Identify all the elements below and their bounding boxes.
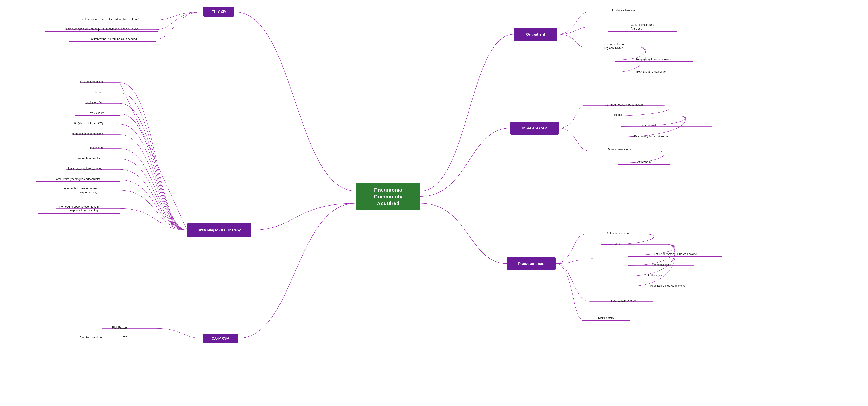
inpatient-beta-allergy: Beta lactam allergy <box>589 147 651 152</box>
switching-item-pseudo: documented pseudomonas/ stap/other bug <box>40 186 120 195</box>
central-node: Pneumonia Community Acquired <box>356 182 420 210</box>
fu-cxr-item-1: Not necessary, and not linked to clinica… <box>64 17 156 22</box>
outpatient-resp-fluoro: Respiratory Fluoroquinolone <box>615 57 693 62</box>
pseudo-aminoglycoside: Aminoglycoside <box>628 263 694 267</box>
pseudomonas-node: Pseudomonas <box>507 257 556 270</box>
central-label: Pneumonia Community Acquired <box>361 186 415 207</box>
fu-cxr-item-3: If pt improving, no routine CXR needed <box>69 37 156 41</box>
switching-item-factors: Factors to consider <box>62 80 122 84</box>
inpatient-either: +either <box>601 113 636 117</box>
pseudo-tx: Tx <box>582 257 604 262</box>
outpatient-general-antibiotic: General Resiratory Antibiotic <box>608 22 677 32</box>
ca-mrsa-risk: Risk Factors <box>85 325 155 330</box>
fu-cxr-node: FU CXR <box>203 7 235 17</box>
fu-cxr-label: FU CXR <box>212 9 226 14</box>
ca-mrsa-tx: TX <box>118 335 132 340</box>
fu-cxr-item-2: In smoker age >40, can help R/O malignan… <box>45 27 158 32</box>
switching-item-delay: delay when <box>75 146 120 150</box>
inpatient-resp-fluoro: Respiratory fluoroquinolone <box>615 134 687 139</box>
inpatient-aztreonam: Aztreonam <box>618 160 670 165</box>
inpatient-cap-label: Inpatient CAP <box>522 126 547 130</box>
pseudo-antipneumococcal: Antipneumococcal <box>585 231 651 236</box>
connector-lines <box>0 0 868 406</box>
switching-node: Switching to Oral Therapy <box>187 223 251 237</box>
pseudo-resp-fluoro: Respiratory Fluoroquinolone <box>628 284 707 288</box>
switching-item-gi: GI (able to tolerate PO) <box>57 121 120 126</box>
inpatient-anti-pneumococcal: Anti-Pneumococcal beta-lactam <box>583 103 663 107</box>
pseudo-beta-allergy: Beta-Lactam Allergy <box>590 298 656 303</box>
outpatient-beta-lactam: Beta-Lactam, Macrolide <box>615 69 687 74</box>
pseudomonas-label: Pseudomonas <box>518 261 544 266</box>
outpatient-node: Outpatient <box>514 28 557 41</box>
inpatient-cap-node: Inpatient CAP <box>510 122 559 135</box>
switching-item-fever: fever <box>76 90 120 95</box>
ca-mrsa-label: CA-MRSA <box>212 336 229 341</box>
ca-mrsa-antistaph: Anti-Staph Antibiotic <box>66 335 118 340</box>
switching-item-other-infxn: other infxn (meningitis/endocarditis) <box>36 177 120 181</box>
switching-item-mental: mental status at baseline <box>56 132 120 136</box>
pseudo-azithromycin: Azithromycin <box>628 273 682 278</box>
pseudo-either: either <box>601 241 636 246</box>
outpatient-label: Outpatient <box>526 32 545 37</box>
pseudo-anti-pseudo-fluoro: Anti Pseudomonal Fluoroquinolone <box>628 252 722 257</box>
switching-item-more: more than one factor <box>62 156 120 161</box>
outpatient-comorbidities: Comorbidities or regional DRSP <box>583 42 646 51</box>
switching-label: Switching to Oral Therapy <box>198 228 241 232</box>
outpatient-healthy: Previously Healthy <box>589 8 658 13</box>
inpatient-azithromycin: Azithromycin <box>621 123 677 128</box>
mindmap-container: Pneumonia Community Acquired FU CXR Swit… <box>0 0 868 406</box>
svg-line-3 <box>120 83 187 230</box>
switching-item-initial: initial therapy failure/switched <box>49 167 120 171</box>
switching-item-no-need: No need to observe overnight in hospital… <box>38 204 120 213</box>
pseudo-risk-factors: Risk Factors <box>582 316 630 321</box>
ca-mrsa-node: CA-MRSA <box>203 334 238 343</box>
switching-item-resp: respiratory fxn <box>68 100 120 105</box>
switching-item-wbc: WBC count <box>75 111 120 116</box>
